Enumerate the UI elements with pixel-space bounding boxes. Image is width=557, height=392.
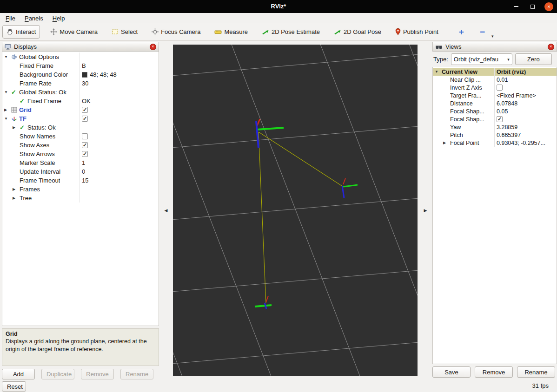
checkbox-unchecked[interactable] <box>82 133 88 139</box>
view-property-row[interactable]: Invert Z Axis <box>433 84 557 91</box>
remove-tool-button[interactable]: − <box>477 25 488 39</box>
display-property-row[interactable]: Marker Scale1 <box>2 158 159 167</box>
views-close-button[interactable]: × <box>548 44 554 50</box>
property-value[interactable]: 0 <box>82 168 85 175</box>
property-value[interactable]: 48; 48; 48 <box>90 71 117 78</box>
rename-view-button[interactable]: Rename <box>517 366 555 378</box>
tool-move-camera[interactable]: Move Camera <box>46 25 101 39</box>
checkbox-checked[interactable]: ✓ <box>82 116 88 122</box>
expander-right-icon[interactable]: ▶ <box>443 141 450 145</box>
tool-focus-camera[interactable]: Focus Camera <box>148 25 204 39</box>
color-swatch <box>82 72 87 78</box>
zero-button[interactable]: Zero <box>515 53 552 65</box>
minimize-button[interactable] <box>512 2 520 11</box>
display-property-row[interactable]: Fixed FrameB <box>2 61 159 70</box>
property-value[interactable]: 3.28859 <box>497 124 517 131</box>
tool-2d-goal-pose[interactable]: 2D Goal Pose <box>330 25 385 39</box>
expander-down-icon[interactable]: ▼ <box>4 90 11 94</box>
tool-select[interactable]: Select <box>108 25 141 39</box>
display-property-row[interactable]: Show Arrows✓ <box>2 150 159 158</box>
property-value[interactable]: 0.665397 <box>497 132 521 138</box>
display-property-row[interactable]: Frame Rate30 <box>2 79 159 88</box>
checkbox-checked[interactable]: ✓ <box>497 116 503 122</box>
display-property-row[interactable]: ▶Frames <box>2 185 159 194</box>
close-button[interactable]: × <box>544 2 553 11</box>
expander-right-icon[interactable]: ▶ <box>13 187 20 191</box>
property-label: Focal Shap... <box>450 116 484 123</box>
view-type-dropdown[interactable]: Orbit (rviz_defau ▾ <box>451 53 512 65</box>
expander-down-icon[interactable]: ▼ <box>4 55 11 59</box>
display-property-row[interactable]: Show Axes✓ <box>2 141 159 150</box>
tool-publish-point[interactable]: Publish Point <box>391 25 442 39</box>
view-property-row[interactable]: Near Clip ...0.01 <box>433 76 557 84</box>
plus-icon: + <box>459 27 464 36</box>
view-property-row[interactable]: ▶Focal Point0.93043; -0.2957... <box>433 139 557 147</box>
toolbar-overflow-icon[interactable]: ▾ <box>491 34 494 39</box>
add-display-button[interactable]: Add <box>2 369 35 379</box>
view-property-row[interactable]: Pitch0.665397 <box>433 131 557 139</box>
property-value[interactable]: 1 <box>82 159 85 166</box>
display-property-row[interactable]: Background Color48; 48; 48 <box>2 70 159 79</box>
view-type-label: Type: <box>433 56 448 63</box>
views-panel-header[interactable]: Views × <box>432 42 557 52</box>
view-property-row[interactable]: Focal Shap...0.05 <box>433 107 557 115</box>
remove-view-button[interactable]: Remove <box>475 366 513 378</box>
view-property-row[interactable]: Focal Shap...✓ <box>433 115 557 123</box>
displays-help-box: Grid Displays a grid along the ground pl… <box>2 328 159 366</box>
property-value[interactable]: 30 <box>82 80 88 87</box>
displays-panel-header[interactable]: Displays × <box>2 42 159 52</box>
checkbox-checked[interactable]: ✓ <box>82 142 88 148</box>
property-value[interactable]: 6.07848 <box>497 100 517 107</box>
checkbox-unchecked[interactable] <box>497 85 503 91</box>
expander-right-icon[interactable]: ▶ <box>13 125 20 130</box>
property-value[interactable]: OK <box>82 98 91 105</box>
property-value[interactable]: 15 <box>82 177 88 184</box>
display-property-row[interactable]: Frame Timeout15 <box>2 176 159 185</box>
view-property-row[interactable]: Target Fra...<Fixed Frame> <box>433 91 557 99</box>
reset-button[interactable]: Reset <box>2 381 26 392</box>
save-view-button[interactable]: Save <box>432 366 471 378</box>
3d-viewport[interactable] <box>173 45 418 376</box>
display-property-row[interactable]: ▼Global Options <box>2 52 159 61</box>
expander-down-icon[interactable]: ▼ <box>4 117 11 121</box>
collapse-left-handle[interactable]: ◀ <box>163 206 169 215</box>
display-property-row[interactable]: ▶Tree <box>2 194 159 203</box>
property-value[interactable]: 0.05 <box>497 108 508 115</box>
minus-icon: − <box>480 27 485 36</box>
view-property-row[interactable]: Yaw3.28859 <box>433 123 557 131</box>
titlebar[interactable]: RViz* × <box>0 0 557 13</box>
view-property-row[interactable]: ▼Current ViewOrbit (rviz) <box>433 68 557 76</box>
tool-2d-pose-estimate[interactable]: 2D Pose Estimate <box>258 25 324 39</box>
expander-right-icon[interactable]: ▶ <box>13 196 20 200</box>
menu-help[interactable]: Help <box>48 14 70 23</box>
property-value[interactable]: 0.01 <box>497 77 508 83</box>
property-value[interactable]: B <box>82 62 86 69</box>
display-property-row[interactable]: ▼✓Global Status: Ok <box>2 88 159 97</box>
add-tool-button[interactable]: + <box>456 25 467 39</box>
expander-down-icon[interactable]: ▼ <box>435 70 442 74</box>
expander-right-icon[interactable]: ▶ <box>4 108 11 112</box>
display-property-row[interactable]: Show Names <box>2 132 159 141</box>
property-value[interactable]: Orbit (rviz) <box>497 69 526 75</box>
toolbar: Interact Move Camera Select Focus Camera… <box>0 23 557 41</box>
gear-icon <box>11 54 19 60</box>
tool-interact[interactable]: Interact <box>2 25 40 39</box>
view-property-row[interactable]: Distance6.07848 <box>433 99 557 107</box>
tool-measure[interactable]: Measure <box>211 25 252 39</box>
checkbox-checked[interactable]: ✓ <box>82 151 88 157</box>
displays-close-button[interactable]: × <box>150 44 156 50</box>
display-property-row[interactable]: ✓Fixed FrameOK <box>2 97 159 105</box>
property-value[interactable]: <Fixed Frame> <box>497 92 536 99</box>
menu-panels[interactable]: Panels <box>20 14 48 23</box>
minimize-icon <box>514 6 518 7</box>
collapse-right-handle[interactable]: ▶ <box>422 206 429 215</box>
display-property-row[interactable]: Update Interval0 <box>2 167 159 176</box>
display-property-row[interactable]: ▶✓Status: Ok <box>2 123 159 132</box>
maximize-button[interactable] <box>528 2 537 11</box>
display-property-row[interactable]: ▼TF✓ <box>2 114 159 123</box>
grid-line <box>214 45 376 376</box>
checkbox-checked[interactable]: ✓ <box>82 107 88 113</box>
display-property-row[interactable]: ▶Grid✓ <box>2 105 159 114</box>
property-value[interactable]: 0.93043; -0.2957... <box>497 140 545 146</box>
menu-file[interactable]: File <box>1 14 20 23</box>
